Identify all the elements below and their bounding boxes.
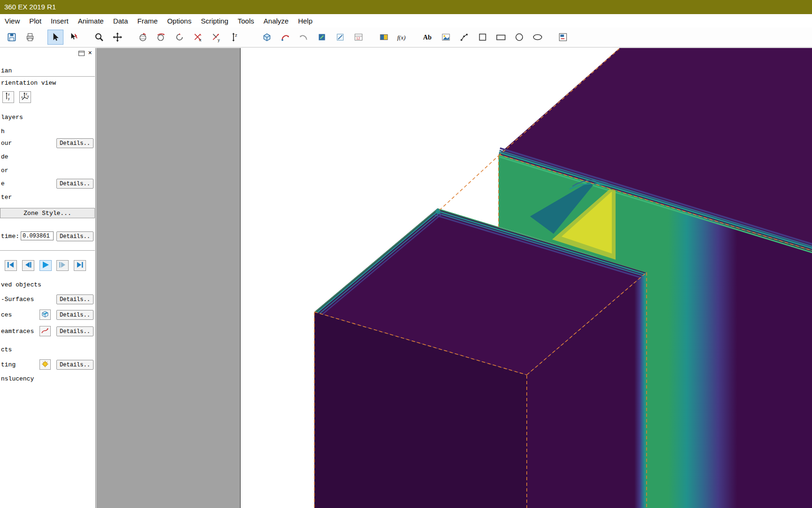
layer-scatter-fragment[interactable]: ter <box>1 194 12 201</box>
menu-insert[interactable]: Insert <box>46 17 73 25</box>
edit-plot-button[interactable] <box>332 30 348 45</box>
translucency-fragment[interactable]: nslucency <box>1 375 34 382</box>
gray-curve-arrow-icon <box>298 32 309 42</box>
add-image-button[interactable] <box>438 30 454 45</box>
rotate-y-button[interactable]: y <box>208 30 224 45</box>
add-polyline-button[interactable] <box>456 30 472 45</box>
rotate-circle-icon <box>174 32 185 42</box>
time-details-button[interactable]: Details.. <box>56 231 94 241</box>
effects-label: cts <box>1 346 12 353</box>
layer-vector-fragment[interactable]: or <box>1 167 8 174</box>
text-ab-icon: Ab <box>422 32 433 42</box>
rotate-planar-button[interactable] <box>172 30 187 45</box>
play-button[interactable] <box>39 260 52 271</box>
time-grid-button[interactable]: 12 <box>351 30 367 45</box>
plot-frame[interactable] <box>240 48 812 508</box>
rotate-x-button[interactable]: x <box>190 30 206 45</box>
menu-view[interactable]: View <box>0 17 24 25</box>
contour-3d-view[interactable] <box>241 48 812 508</box>
first-frame-button[interactable] <box>5 260 17 271</box>
layer-row-contour: our Details.. <box>0 138 95 149</box>
view-3d-button[interactable] <box>259 30 275 45</box>
add-ellipse-button[interactable] <box>530 30 546 45</box>
toolbar-separator <box>413 30 417 45</box>
solution-time-input[interactable] <box>21 231 54 240</box>
translate-tool-button[interactable] <box>109 30 125 45</box>
title-bar: 360 EX 2019 R1 <box>0 0 812 14</box>
menu-animate[interactable]: Animate <box>73 17 109 25</box>
rollerball-icon <box>156 32 166 42</box>
menu-scripting[interactable]: Scripting <box>196 17 233 25</box>
window-title: 360 EX 2019 R1 <box>4 3 56 11</box>
layer-shade-fragment[interactable]: de <box>1 153 8 160</box>
streamtrace-placement-button[interactable] <box>39 326 51 336</box>
slice-placement-button[interactable] <box>39 310 51 320</box>
save-button[interactable] <box>4 30 20 45</box>
menu-data[interactable]: Data <box>109 17 133 25</box>
add-frame-button[interactable] <box>555 30 571 45</box>
streamtraces-row: eamtraces Details.. <box>0 326 95 337</box>
rotate-rollerball-button[interactable] <box>153 30 169 45</box>
light-square-icon <box>335 32 345 42</box>
slices-fragment[interactable]: ces <box>1 311 12 318</box>
next-frame-button[interactable] <box>56 260 69 271</box>
toolbar-separator <box>245 30 250 45</box>
panel-float-button[interactable] <box>78 51 85 57</box>
probe-tool-button[interactable] <box>66 30 82 45</box>
svg-text:x: x <box>21 95 23 99</box>
plot-type-combo-fragment[interactable]: ian <box>1 67 12 74</box>
menu-frame[interactable]: Frame <box>133 17 162 25</box>
layer-edge-fragment[interactable]: e <box>1 180 5 187</box>
colormap-button[interactable] <box>376 30 392 45</box>
quick-edit-button[interactable] <box>314 30 330 45</box>
menu-help[interactable]: Help <box>293 17 317 25</box>
first-frame-icon <box>7 261 15 270</box>
slices-details-button[interactable]: Details.. <box>56 310 94 320</box>
layer-row-vector: or <box>0 166 95 176</box>
menu-tools[interactable]: Tools <box>233 17 259 25</box>
rectangle-icon <box>496 32 506 42</box>
rotate-z-icon: z <box>229 32 240 42</box>
menu-analyze[interactable]: Analyze <box>259 17 293 25</box>
contour-details-button[interactable]: Details.. <box>56 138 94 148</box>
redo-view-button[interactable] <box>277 30 293 45</box>
last-frame-button[interactable] <box>74 260 86 271</box>
add-square-button[interactable] <box>475 30 491 45</box>
select-tool-button[interactable] <box>47 30 63 45</box>
lighting-placement-button[interactable] <box>39 359 51 370</box>
menu-plot[interactable]: Plot <box>24 17 46 25</box>
add-circle-button[interactable] <box>511 30 527 45</box>
menu-options[interactable]: Options <box>163 17 196 25</box>
svg-text:Ab: Ab <box>423 33 431 41</box>
solution-time-row: time: Details.. <box>0 231 95 242</box>
add-text-button[interactable]: Ab <box>420 30 436 45</box>
layer-contour-fragment[interactable]: our <box>1 140 12 147</box>
equation-button[interactable]: f(x) <box>394 30 410 45</box>
zone-style-button[interactable]: Zone Style... <box>0 208 95 218</box>
rotate-sphere-icon <box>138 32 148 42</box>
undo-view-button[interactable] <box>296 30 312 45</box>
probe-icon <box>69 32 79 42</box>
zoom-tool-button[interactable] <box>91 30 107 45</box>
panel-close-button[interactable]: × <box>86 49 94 57</box>
layer-row-scatter: ter <box>0 192 95 203</box>
previous-frame-button[interactable] <box>22 260 34 271</box>
layer-mesh-fragment[interactable]: h <box>1 128 5 135</box>
edge-details-button[interactable]: Details.. <box>56 179 94 189</box>
rotate-z-button[interactable]: z <box>226 30 242 45</box>
orientation-axis-2d-button[interactable]: zy <box>2 91 14 103</box>
streamtraces-fragment[interactable]: eamtraces <box>1 328 34 335</box>
add-rectangle-button[interactable] <box>493 30 509 45</box>
orientation-axis-3d-button[interactable]: zxy <box>19 91 31 103</box>
menu-bar: View Plot Insert Animate Data Frame Opti… <box>0 14 812 27</box>
iso-surfaces-fragment[interactable]: -Surfaces <box>1 296 34 303</box>
rotate-sphere-button[interactable] <box>135 30 151 45</box>
svg-text:y: y <box>218 38 220 42</box>
iso-surfaces-details-button[interactable]: Details.. <box>56 294 94 304</box>
lighting-details-button[interactable]: Details.. <box>56 360 94 370</box>
streamtraces-details-button[interactable]: Details.. <box>56 326 94 336</box>
print-button[interactable] <box>22 30 38 45</box>
magnifier-icon <box>94 32 104 42</box>
lighting-fragment[interactable]: ting <box>1 361 16 368</box>
solution-time-label: time: <box>1 233 19 240</box>
